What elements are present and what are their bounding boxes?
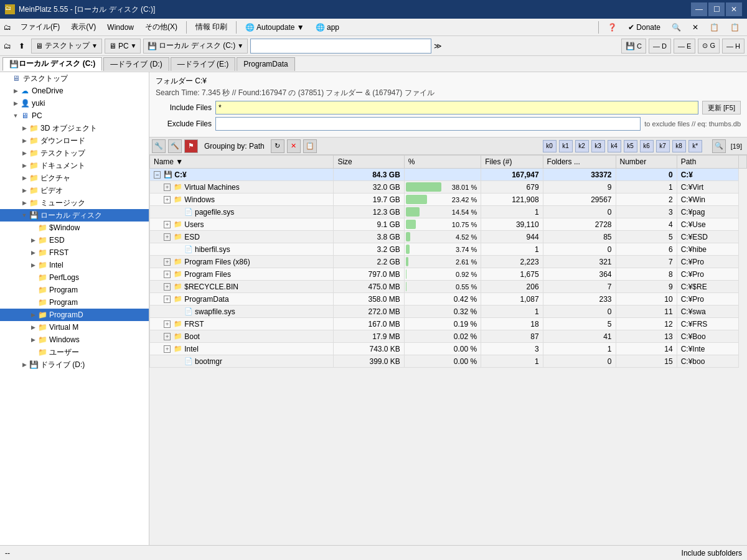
- col-name[interactable]: Name ▼: [150, 156, 334, 169]
- drive-c-btn[interactable]: 💾 C: [621, 39, 646, 54]
- menu-window[interactable]: Window: [102, 22, 139, 33]
- menu-help[interactable]: ❓: [603, 22, 622, 33]
- tree-toggle-14[interactable]: ▶: [29, 250, 37, 256]
- tree-toggle-23[interactable]: ▶: [20, 362, 29, 368]
- table-row[interactable]: −💾C:¥84.3 GB167,947333720C:¥: [150, 169, 747, 181]
- col-files[interactable]: Files (#): [481, 156, 543, 169]
- toolbar-desktop[interactable]: 🖥 テスクトップ ▼: [31, 39, 102, 54]
- tree-toggle-10[interactable]: ▶: [20, 200, 29, 206]
- table-row[interactable]: +📁FRST167.0 MB0.19 %18512C:¥FRS: [150, 318, 747, 330]
- tree-toggle-6[interactable]: ▶: [20, 150, 29, 156]
- toolbar-drive[interactable]: 💾 ローカル ディスク (C:) ▼: [143, 39, 248, 54]
- tree-toggle-13[interactable]: ▶: [29, 237, 37, 243]
- num-6-btn[interactable]: k6: [640, 140, 654, 152]
- maximize-button[interactable]: ☐: [708, 2, 725, 16]
- table-row[interactable]: +📁ESD3.8 GB4.52 %944855C:¥ESD: [150, 231, 747, 243]
- col-path[interactable]: Path: [677, 156, 738, 169]
- expand-btn-1[interactable]: +: [164, 184, 171, 191]
- copy-btn[interactable]: 📋: [303, 139, 317, 153]
- close-button[interactable]: ✕: [726, 2, 742, 16]
- sidebar-item-19[interactable]: ▶📁ProgramD: [0, 309, 149, 321]
- sidebar-item-22[interactable]: 📁ユーザー: [0, 346, 149, 358]
- tree-toggle-11[interactable]: ▼: [20, 212, 29, 218]
- num-8-btn[interactable]: k8: [672, 140, 686, 152]
- menu-app[interactable]: 🌐 app: [311, 22, 344, 33]
- num-star-btn[interactable]: k*: [688, 140, 702, 152]
- num-3-btn[interactable]: k3: [591, 140, 605, 152]
- sidebar-item-20[interactable]: ▶📁Virtual M: [0, 321, 149, 334]
- sidebar-item-3[interactable]: ▼🖥PC: [0, 110, 149, 122]
- num-0-btn[interactable]: k0: [543, 140, 557, 152]
- minimize-button[interactable]: —: [691, 2, 707, 16]
- table-row[interactable]: +📁Virtual Machines32.0 GB38.01 %67991C:¥…: [150, 181, 747, 194]
- drive-h-btn[interactable]: — H: [722, 39, 745, 54]
- tab-programdata[interactable]: ProgramData: [237, 57, 294, 71]
- expand-btn-2[interactable]: +: [164, 196, 171, 203]
- num-1-btn[interactable]: k1: [559, 140, 573, 152]
- tab-local-c[interactable]: 💾 ローカル ディスク (C:): [2, 57, 102, 71]
- menu-donate[interactable]: ✔ Donate: [623, 22, 665, 33]
- sidebar-item-23[interactable]: ▶💾ドライブ (D:): [0, 358, 149, 371]
- tree-toggle-4[interactable]: ▶: [20, 125, 29, 131]
- tree-toggle-19[interactable]: ▶: [29, 312, 37, 318]
- sidebar-item-18[interactable]: 📁Program: [0, 296, 149, 309]
- table-row[interactable]: +📁Program Files (x86)2.2 GB2.61 %2,22332…: [150, 256, 747, 268]
- table-row[interactable]: 📄hiberfil.sys3.2 GB3.74 %106C:¥hibe: [150, 243, 747, 256]
- expand-btn-9[interactable]: +: [164, 283, 171, 291]
- sidebar-item-17[interactable]: 📁Program: [0, 284, 149, 296]
- refresh-btn[interactable]: ↻: [271, 139, 284, 153]
- num-7-btn[interactable]: k7: [656, 140, 670, 152]
- table-row[interactable]: 📄bootmgr399.0 KB0.00 %1015C:¥boo: [150, 355, 747, 368]
- sidebar-item-8[interactable]: ▶📁ピクチャ: [0, 172, 149, 184]
- sidebar-item-1[interactable]: ▶☁OneDrive: [0, 85, 149, 97]
- drive-g-btn[interactable]: ⊙ G: [698, 39, 720, 54]
- expand-btn-5[interactable]: +: [164, 233, 171, 241]
- sidebar-item-6[interactable]: ▶📁テスクトップ: [0, 147, 149, 159]
- expand-btn-7[interactable]: +: [164, 258, 171, 266]
- table-row[interactable]: +📁Intel743.0 KB0.00 %3114C:¥Inte: [150, 343, 747, 355]
- expand-btn-14[interactable]: +: [164, 345, 171, 353]
- num-5-btn[interactable]: k5: [624, 140, 637, 152]
- menu-extra2[interactable]: 📋: [705, 22, 724, 33]
- tree-toggle-20[interactable]: ▶: [29, 324, 37, 330]
- menu-extra3[interactable]: 📋: [725, 22, 745, 33]
- tree-toggle-15[interactable]: ▶: [29, 262, 37, 268]
- col-size[interactable]: Size: [334, 156, 404, 169]
- drive-e-btn[interactable]: — E: [674, 39, 695, 54]
- tree-toggle-9[interactable]: ▶: [20, 187, 29, 194]
- tree-toggle-3[interactable]: ▼: [11, 113, 20, 119]
- delete-btn[interactable]: ✕: [287, 139, 301, 153]
- num-2-btn[interactable]: k2: [575, 140, 589, 152]
- expand-btn-0[interactable]: −: [154, 171, 161, 179]
- expand-btn-10[interactable]: +: [164, 296, 171, 303]
- tree-toggle-8[interactable]: ▶: [20, 175, 29, 181]
- menu-extra1[interactable]: ✕: [687, 22, 703, 33]
- tools-button[interactable]: 🔨: [168, 139, 182, 153]
- include-files-input[interactable]: [215, 101, 698, 114]
- expand-btn-4[interactable]: +: [164, 221, 171, 228]
- update-button[interactable]: 更新 [F5]: [702, 101, 741, 114]
- flag-button[interactable]: ⚑: [184, 139, 198, 153]
- expand-btn-12[interactable]: +: [164, 320, 171, 328]
- sidebar-item-5[interactable]: ▶📁ダウンロード: [0, 134, 149, 147]
- col-number[interactable]: Number: [616, 156, 677, 169]
- menu-file[interactable]: ファイル(F): [16, 21, 65, 34]
- table-row[interactable]: +📁ProgramData358.0 MB0.42 %1,08723310C:¥…: [150, 293, 747, 306]
- menu-info-print[interactable]: 情報 印刷: [190, 21, 232, 34]
- sidebar-item-2[interactable]: ▶👤yuki: [0, 97, 149, 110]
- sidebar-item-7[interactable]: ▶📁ドキュメント: [0, 159, 149, 172]
- menu-search[interactable]: 🔍: [667, 22, 686, 33]
- menu-view[interactable]: 表示(V): [66, 21, 101, 34]
- tree-toggle-2[interactable]: ▶: [11, 100, 20, 106]
- tab-drive-e[interactable]: — ドライブ (E:): [171, 57, 236, 71]
- expand-btn-8[interactable]: +: [164, 271, 171, 278]
- sidebar-item-11[interactable]: ▼💾ローカル ディスク: [0, 209, 149, 222]
- sidebar-item-4[interactable]: ▶📁3D オブジェクト: [0, 122, 149, 134]
- table-row[interactable]: 📄swapfile.sys272.0 MB0.32 %1011C:¥swa: [150, 306, 747, 318]
- table-row[interactable]: +📁Windows19.7 GB23.42 %121,908295672C:¥W…: [150, 194, 747, 206]
- wrench-button[interactable]: 🔧: [152, 139, 166, 153]
- menu-other[interactable]: その他(X): [140, 21, 182, 34]
- table-row[interactable]: +📁Program Files797.0 MB0.92 %1,6753648C:…: [150, 268, 747, 281]
- tab-drive-d[interactable]: — ドライブ (D:): [103, 57, 169, 71]
- table-row[interactable]: 📄pagefile.sys12.3 GB14.54 %103C:¥pag: [150, 206, 747, 218]
